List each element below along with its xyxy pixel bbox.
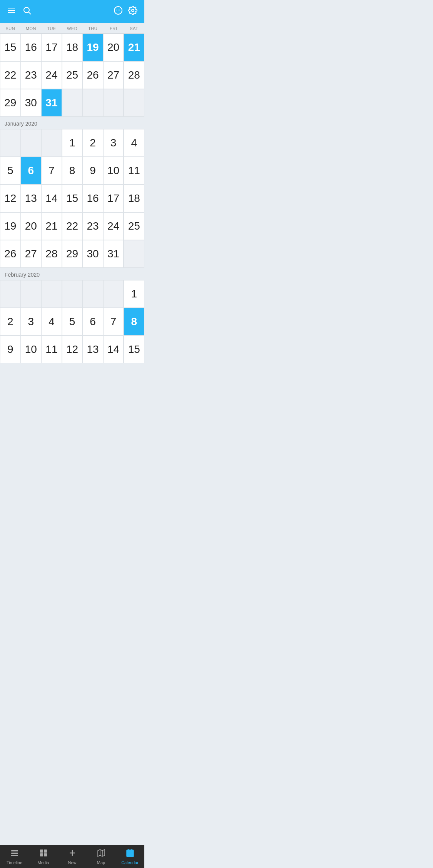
cal-day[interactable]: 30 xyxy=(21,89,42,117)
svg-point-3 xyxy=(24,7,29,13)
cal-day[interactable]: 23 xyxy=(21,61,42,89)
header xyxy=(0,0,144,23)
cal-day[interactable]: 8 xyxy=(62,157,83,185)
month-section-0: 1516171819202122232425262728293031 xyxy=(0,34,144,117)
cal-day[interactable]: 25 xyxy=(62,61,83,89)
day-header-fri: FRI xyxy=(103,23,124,33)
cal-day[interactable]: 15 xyxy=(62,185,83,212)
month-section-1: January 20201234567891011121314151617181… xyxy=(0,117,144,268)
month-grid-1: 1234567891011121314151617181920212223242… xyxy=(0,129,144,268)
cal-day[interactable]: 19 xyxy=(0,212,21,240)
cal-day[interactable]: 4 xyxy=(41,308,62,336)
cal-day xyxy=(103,280,124,308)
svg-point-7 xyxy=(118,10,119,10)
cal-day[interactable]: 26 xyxy=(0,240,21,268)
cal-day[interactable]: 13 xyxy=(21,185,42,212)
cal-day[interactable]: 15 xyxy=(0,34,21,61)
day-header-sun: SUN xyxy=(0,23,21,33)
month-label-1: January 2020 xyxy=(0,117,144,129)
cal-day[interactable]: 29 xyxy=(62,240,83,268)
day-header-mon: MON xyxy=(21,23,42,33)
avatar-icon[interactable] xyxy=(114,6,123,17)
cal-day[interactable]: 26 xyxy=(82,61,103,89)
day-header-sat: SAT xyxy=(124,23,144,33)
cal-day xyxy=(21,280,42,308)
month-grid-2: 123456789101112131415 xyxy=(0,280,144,363)
svg-line-4 xyxy=(29,12,31,15)
cal-day[interactable]: 21 xyxy=(124,34,144,61)
cal-day xyxy=(62,89,83,117)
cal-day[interactable]: 2 xyxy=(82,129,103,157)
cal-day[interactable]: 6 xyxy=(21,157,42,185)
cal-day[interactable]: 6 xyxy=(82,308,103,336)
svg-point-6 xyxy=(116,10,117,10)
cal-day[interactable]: 3 xyxy=(21,308,42,336)
cal-day[interactable]: 27 xyxy=(103,61,124,89)
cal-day[interactable]: 10 xyxy=(103,157,124,185)
cal-day[interactable]: 14 xyxy=(41,185,62,212)
cal-day[interactable]: 31 xyxy=(103,240,124,268)
cal-day[interactable]: 17 xyxy=(41,34,62,61)
cal-day[interactable]: 3 xyxy=(103,129,124,157)
cal-day[interactable]: 15 xyxy=(124,336,144,363)
cal-day[interactable]: 2 xyxy=(0,308,21,336)
cal-day[interactable]: 12 xyxy=(62,336,83,363)
cal-day xyxy=(82,89,103,117)
cal-day[interactable]: 14 xyxy=(103,336,124,363)
cal-day[interactable]: 24 xyxy=(41,61,62,89)
header-left xyxy=(7,6,32,17)
cal-day[interactable]: 1 xyxy=(62,129,83,157)
cal-day[interactable]: 27 xyxy=(21,240,42,268)
cal-day[interactable]: 28 xyxy=(41,240,62,268)
cal-day[interactable]: 1 xyxy=(124,280,144,308)
cal-day[interactable]: 8 xyxy=(124,308,144,336)
cal-day[interactable]: 22 xyxy=(0,61,21,89)
cal-day[interactable]: 16 xyxy=(82,185,103,212)
day-header-thu: THU xyxy=(82,23,103,33)
month-label-2: February 2020 xyxy=(0,268,144,280)
cal-day[interactable]: 11 xyxy=(124,157,144,185)
cal-day[interactable]: 25 xyxy=(124,212,144,240)
calendar-scroll[interactable]: 1516171819202122232425262728293031Januar… xyxy=(0,34,144,386)
cal-day xyxy=(62,280,83,308)
cal-day[interactable]: 21 xyxy=(41,212,62,240)
cal-day[interactable]: 19 xyxy=(82,34,103,61)
cal-day[interactable]: 20 xyxy=(103,34,124,61)
cal-day xyxy=(124,89,144,117)
cal-day[interactable]: 12 xyxy=(0,185,21,212)
cal-day[interactable]: 5 xyxy=(62,308,83,336)
menu-icon[interactable] xyxy=(7,6,16,17)
cal-day xyxy=(103,89,124,117)
cal-day[interactable]: 7 xyxy=(41,157,62,185)
cal-day[interactable]: 9 xyxy=(82,157,103,185)
search-icon[interactable] xyxy=(22,6,32,17)
settings-icon[interactable] xyxy=(128,6,137,17)
cal-day[interactable]: 10 xyxy=(21,336,42,363)
cal-day[interactable]: 28 xyxy=(124,61,144,89)
cal-day[interactable]: 18 xyxy=(62,34,83,61)
cal-day[interactable]: 24 xyxy=(103,212,124,240)
cal-day xyxy=(124,240,144,268)
day-header-tue: TUE xyxy=(41,23,62,33)
month-section-2: February 2020123456789101112131415 xyxy=(0,268,144,363)
cal-day[interactable]: 7 xyxy=(103,308,124,336)
cal-day[interactable]: 23 xyxy=(82,212,103,240)
cal-day xyxy=(0,280,21,308)
cal-day[interactable]: 9 xyxy=(0,336,21,363)
cal-day[interactable]: 29 xyxy=(0,89,21,117)
cal-day[interactable]: 30 xyxy=(82,240,103,268)
cal-day[interactable]: 22 xyxy=(62,212,83,240)
cal-day[interactable]: 18 xyxy=(124,185,144,212)
cal-day xyxy=(21,129,42,157)
cal-day[interactable]: 13 xyxy=(82,336,103,363)
cal-day[interactable]: 31 xyxy=(41,89,62,117)
cal-day[interactable]: 11 xyxy=(41,336,62,363)
month-grid-0: 1516171819202122232425262728293031 xyxy=(0,34,144,117)
cal-day[interactable]: 4 xyxy=(124,129,144,157)
cal-day[interactable]: 17 xyxy=(103,185,124,212)
day-header-wed: WED xyxy=(62,23,83,33)
cal-day[interactable]: 16 xyxy=(21,34,42,61)
cal-day xyxy=(41,129,62,157)
cal-day[interactable]: 5 xyxy=(0,157,21,185)
cal-day[interactable]: 20 xyxy=(21,212,42,240)
